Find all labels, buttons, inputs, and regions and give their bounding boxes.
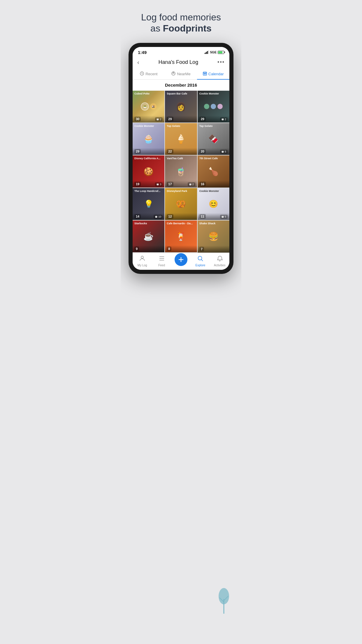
cell-date-shakeshack: 7 — [199, 247, 204, 251]
clock-icon — [140, 71, 144, 76]
bell-icon — [217, 255, 223, 263]
signal-bar-3 — [207, 51, 208, 54]
calendar-icon — [203, 71, 207, 76]
cell-date-vanitea: 17 — [167, 182, 173, 186]
cell-date-gelato1: 22 — [167, 149, 173, 154]
nav-activities-label: Activities — [214, 264, 225, 267]
svg-point-14 — [222, 119, 223, 120]
cell-photos-vanitea: 2 — [188, 182, 195, 186]
grid-item-vanitea[interactable]: 🧋 VaniTea Café 17 2 — [165, 155, 197, 187]
tab-recent[interactable]: Recent — [133, 69, 165, 79]
svg-point-20 — [190, 184, 191, 185]
nav-feed-label: Feed — [158, 264, 165, 267]
signal-bars — [205, 50, 209, 54]
battery-fill — [218, 51, 222, 53]
svg-line-32 — [201, 260, 203, 261]
svg-point-12 — [157, 119, 158, 120]
cell-photos-disney: 3 — [155, 182, 163, 186]
grid-item-disneyland-park[interactable]: 🥨 Disneyland Park 12 — [165, 188, 197, 220]
phone-screen: 1:49 5GE ‹ Hana's Food Lo — [133, 47, 229, 270]
cell-label-starbucks: Starbucks — [134, 222, 147, 225]
cell-date-bernardo: 8 — [167, 246, 171, 251]
signal-bar-4 — [208, 50, 209, 54]
month-header: December 2016 — [133, 80, 229, 91]
nav-explore[interactable]: Explore — [191, 255, 210, 267]
cell-date-square-bar: 29 — [167, 117, 173, 121]
svg-point-10 — [205, 74, 206, 74]
grid-item-cookie-monster-1[interactable]: Cookie Monster 29 2 — [198, 91, 229, 123]
cell-date-loop: 14 — [134, 214, 141, 219]
cell-label-loop: The Loop Handcraf... — [134, 190, 161, 193]
tab-calendar-label: Calendar — [208, 72, 224, 76]
back-button[interactable]: ‹ — [137, 59, 139, 66]
photo-grid: 🥗 🍱 Cubed Poke 30 2 — [133, 91, 229, 253]
cell-date-cookie1: 29 — [199, 117, 206, 121]
decorative-tree — [215, 584, 233, 615]
cell-label-disneyland-park: Disneyland Park — [167, 190, 187, 193]
page-headline: Log food memories as Foodprints — [135, 12, 227, 34]
tab-calendar[interactable]: Calendar — [197, 69, 229, 79]
cell-label-tap-gelato-2: Tap Gelato — [199, 125, 213, 128]
location-icon — [171, 71, 175, 76]
app-title: Hana's Food Log — [159, 59, 198, 65]
cell-date-7street: 16 — [199, 182, 206, 186]
grid-item-square-bar-cafe[interactable]: 👩 Square Bar Cafe 29 — [165, 91, 197, 123]
grid-item-tap-gelato-1[interactable]: 🍦 Tap Gelato 22 — [165, 123, 197, 155]
cell-label-cookie-monster-1: Cookie Monster — [199, 92, 219, 95]
cell-date-disney: 19 — [134, 182, 141, 186]
nav-mylog[interactable]: My Log — [133, 255, 152, 267]
grid-item-starbucks[interactable]: ☕ Starbucks 9 — [133, 220, 164, 252]
grid-item-cafe-bernardo[interactable]: 🍹 Cafe Bernardo - Da... 8 — [165, 220, 197, 252]
svg-point-24 — [222, 216, 223, 217]
grid-item-cookie-monster-2[interactable]: 🧁 Cookie Monster 29 — [133, 123, 164, 155]
cell-date-disneyland: 12 — [167, 214, 173, 219]
tab-nearme[interactable]: NearMe — [165, 69, 197, 79]
cell-label-7th-street: 7th Street Cafe — [199, 157, 218, 160]
cell-label-cookie-monster-3: Cookie Monster — [199, 190, 219, 193]
svg-point-18 — [157, 184, 158, 185]
nav-activities[interactable]: Activities — [210, 255, 229, 267]
app-header: ‹ Hana's Food Log ••• — [133, 57, 229, 69]
more-button[interactable]: ••• — [217, 59, 225, 65]
grid-item-tap-gelato-2[interactable]: 🍫 Tap Gelato 20 5 — [198, 123, 229, 155]
grid-item-7th-street[interactable]: 🍗 7th Street Cafe 16 — [198, 155, 229, 187]
svg-point-8 — [204, 74, 204, 74]
network-indicator: 5GE — [210, 50, 217, 54]
grid-item-disney[interactable]: 🍪 Disney California A... 19 3 — [133, 155, 164, 187]
cell-label-cubed-poke: Cubed Poke — [134, 92, 150, 95]
status-icons: 5GE — [205, 50, 224, 54]
svg-point-25 — [141, 256, 143, 258]
tab-bar: Recent NearMe — [133, 69, 229, 80]
nav-explore-label: Explore — [195, 264, 205, 267]
cell-date-cubed-poke: 30 — [134, 117, 141, 121]
phone-mockup: 1:49 5GE ‹ Hana's Food Lo — [129, 43, 233, 274]
grid-item-cookie-monster-3[interactable]: 😊 Cookie Monster 11 5 — [198, 188, 229, 220]
cell-label-tap-gelato-1: Tap Gelato — [167, 125, 180, 128]
add-button[interactable] — [175, 253, 187, 266]
cell-date-cookie3: 11 — [199, 214, 206, 219]
grid-item-shake-shack[interactable]: 🍔 Shake Shack 7 — [198, 220, 229, 252]
cell-label-shake-shack: Shake Shack — [199, 222, 216, 225]
cell-label-vanitea: VaniTea Café — [167, 157, 183, 160]
cell-photos-cookie1: 2 — [220, 117, 228, 121]
svg-point-22 — [156, 216, 157, 217]
svg-point-16 — [222, 151, 223, 152]
battery-icon — [218, 51, 224, 54]
nav-feed[interactable]: Feed — [152, 255, 171, 267]
status-bar: 1:49 5GE — [133, 47, 229, 57]
cell-photos-loop: 10 — [154, 215, 163, 219]
explore-icon — [197, 255, 203, 263]
nav-add[interactable] — [171, 255, 191, 267]
signal-bar-2 — [206, 52, 207, 54]
bottom-nav: My Log Feed — [133, 253, 229, 270]
cell-label-square-bar: Square Bar Cafe — [167, 92, 187, 95]
svg-point-9 — [205, 74, 205, 74]
cell-date-starbucks: 9 — [134, 246, 139, 251]
person-icon — [139, 255, 145, 263]
grid-item-cubed-poke[interactable]: 🥗 🍱 Cubed Poke 30 2 — [133, 91, 164, 123]
signal-bar-1 — [205, 53, 205, 54]
svg-point-31 — [198, 256, 202, 260]
nav-mylog-label: My Log — [138, 264, 147, 267]
cell-label-disney: Disney California A... — [134, 157, 161, 160]
grid-item-loop[interactable]: 💡 The Loop Handcraf... 14 10 — [133, 188, 164, 220]
